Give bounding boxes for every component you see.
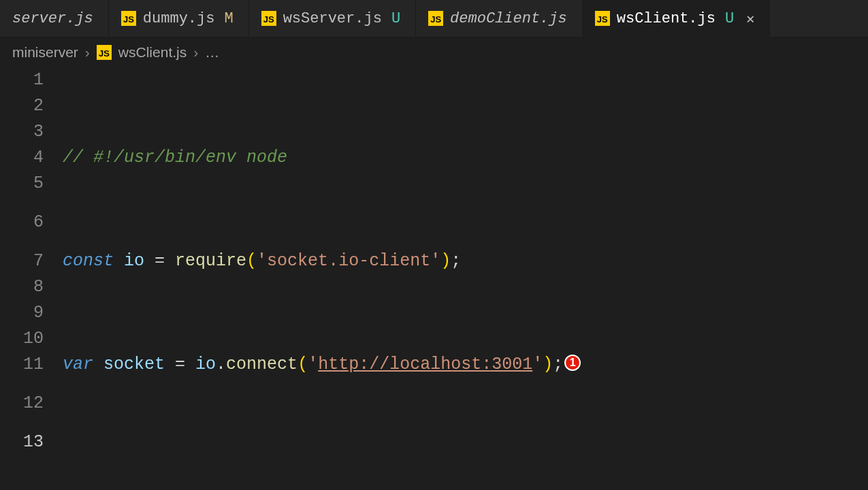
close-icon[interactable]: ✕ <box>746 10 754 27</box>
chevron-right-icon: › <box>85 44 90 61</box>
line-number: 2 <box>0 93 44 119</box>
line-number-gutter: 1 2 3 4 5 6 7 8 9 10 11 12 13 <box>0 67 63 490</box>
code-line[interactable]: var socket = io.connect('http://localhos… <box>63 352 868 378</box>
untracked-badge: U <box>725 10 734 27</box>
tab-wsserver-js[interactable]: JS wsServer.js U <box>249 0 416 37</box>
code-line[interactable]: const io = require('socket.io-client'); <box>63 248 868 274</box>
url-token[interactable]: http://localhost:3001 <box>318 355 532 374</box>
line-number: 1 <box>0 67 44 93</box>
comment-token: // #!/usr/bin/env node <box>63 148 287 167</box>
crumb-tail[interactable]: … <box>205 44 219 61</box>
tab-label: dummy.js <box>143 10 215 27</box>
breadcrumb[interactable]: miniserver › JS wsClient.js › … <box>0 37 868 67</box>
js-icon: JS <box>428 11 443 26</box>
tab-dummy-js[interactable]: JS dummy.js M <box>109 0 249 37</box>
tab-wsclient-js[interactable]: JS wsClient.js U ✕ <box>583 0 770 37</box>
tab-label: wsClient.js <box>617 10 716 27</box>
tab-label: demoClient.js <box>450 10 567 27</box>
line-number: 12 <box>0 378 44 429</box>
line-number: 10 <box>0 326 44 352</box>
js-icon: JS <box>261 11 276 26</box>
tab-democlient-js[interactable]: JS demoClient.js <box>416 0 583 37</box>
line-number: 5 <box>0 171 44 197</box>
line-number: 4 <box>0 145 44 171</box>
crumb-file[interactable]: wsClient.js <box>118 44 187 61</box>
line-number: 6 <box>0 197 44 248</box>
js-icon: JS <box>595 11 610 26</box>
crumb-root[interactable]: miniserver <box>12 44 78 61</box>
chevron-right-icon: › <box>193 44 198 61</box>
modified-badge: M <box>224 10 233 27</box>
js-icon: JS <box>121 11 136 26</box>
line-number: 9 <box>0 300 44 326</box>
code-line[interactable]: // #!/usr/bin/env node <box>63 145 868 171</box>
tab-label: wsServer.js <box>283 10 382 27</box>
code-line[interactable] <box>63 455 868 481</box>
line-number: 3 <box>0 119 44 145</box>
code-editor[interactable]: 1 2 3 4 5 6 7 8 9 10 11 12 13 // #!/usr/… <box>0 67 868 490</box>
line-number: 11 <box>0 352 44 378</box>
js-icon: JS <box>97 45 112 60</box>
line-number: 13 <box>0 429 44 455</box>
tab-label: server.js <box>12 10 93 27</box>
code-area[interactable]: // #!/usr/bin/env node const io = requir… <box>63 67 868 490</box>
untracked-badge: U <box>391 10 400 27</box>
tab-server-js[interactable]: server.js <box>0 0 109 37</box>
tab-bar: server.js JS dummy.js M JS wsServer.js U… <box>0 0 868 37</box>
line-number: 8 <box>0 274 44 300</box>
line-number: 7 <box>0 248 44 274</box>
annotation-bubble: 1 <box>564 355 581 371</box>
